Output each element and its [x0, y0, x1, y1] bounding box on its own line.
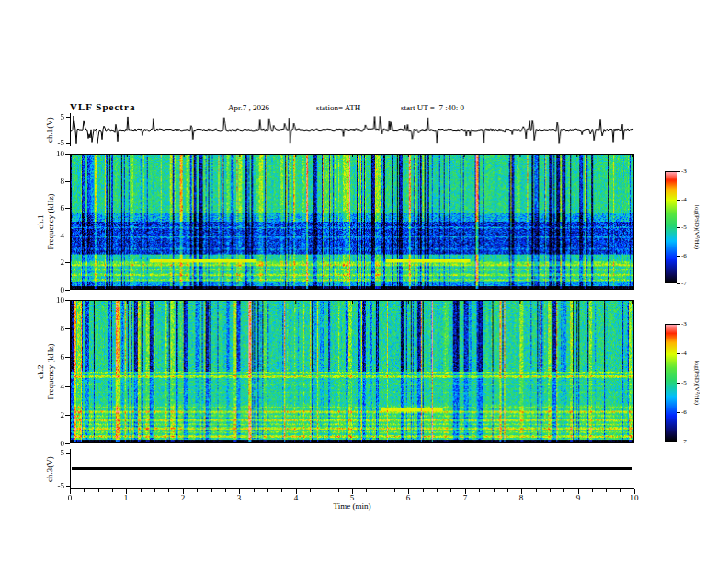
x-tick-label: 10 [625, 493, 643, 502]
tick-mark [677, 412, 680, 413]
colorbar-tick-label: -5 [681, 378, 694, 387]
y-tick-label: 2 [46, 410, 64, 419]
y-tick-label: 4 [46, 382, 64, 391]
tick-mark [677, 353, 680, 354]
y-tick-label: 5 [46, 112, 64, 121]
y-tick-label: 6 [46, 352, 64, 362]
colorbar-tick-label: -3 [681, 167, 694, 176]
tick-mark [65, 262, 70, 263]
tick-mark [197, 489, 198, 492]
tick-mark [479, 489, 480, 492]
tick-mark [98, 489, 99, 492]
tick-mark [338, 489, 339, 492]
tick-mark [225, 489, 226, 492]
tick-mark [65, 154, 70, 155]
tick-mark [677, 227, 680, 228]
tick-mark [366, 489, 367, 492]
ch1-spec-channel-label: ch.1 [36, 193, 46, 249]
colorbar-tick-label: -7 [681, 437, 694, 446]
colorbar-tick-label: -7 [681, 279, 694, 288]
vlf-spectra-figure: VLF Spectra Apr.7 , 2026 station= ATH st… [0, 0, 728, 563]
tick-mark [65, 181, 70, 182]
tick-mark [65, 386, 70, 387]
x-tick-label: 5 [343, 493, 361, 502]
tick-mark [677, 324, 680, 325]
tick-mark [154, 489, 155, 492]
ch2-spectrogram-canvas [71, 301, 633, 442]
tick-mark [550, 489, 551, 492]
tick-mark [211, 489, 212, 492]
tick-mark [677, 442, 680, 442]
tick-mark [267, 489, 268, 492]
tick-mark [66, 486, 70, 487]
tick-mark [563, 489, 564, 492]
ch2-spec-channel-label: ch.2 [36, 343, 46, 399]
tick-mark [450, 489, 451, 492]
colorbar-ch2 [665, 324, 677, 442]
ch3-wave-ylabel: ch.3(V) [45, 456, 54, 482]
tick-mark [423, 489, 424, 492]
x-tick-label: 3 [230, 493, 248, 502]
y-tick-label: 8 [46, 177, 64, 186]
colorbar-tick-label: -4 [681, 195, 694, 204]
tick-mark [66, 453, 70, 454]
figure-title: VLF Spectra [70, 101, 135, 112]
tick-mark [66, 117, 70, 118]
tick-mark [281, 489, 282, 492]
colorbar-ch1 [665, 171, 677, 283]
station-label: station= ATH [316, 103, 360, 112]
ch1-waveform-panel [70, 113, 634, 146]
colorbar-ch1-label: log(PSD)(V²/Hz) [693, 205, 700, 249]
y-tick-label: 6 [46, 203, 64, 213]
y-tick-label: 0 [46, 285, 64, 294]
colorbar-tick-label: -5 [681, 223, 694, 232]
ch3-trace [72, 467, 632, 470]
tick-mark [494, 489, 495, 492]
y-tick-label: 0 [46, 439, 64, 448]
x-axis-label: Time (min) [70, 501, 634, 511]
x-tick-label: 6 [399, 493, 417, 502]
x-tick-label: 8 [512, 493, 530, 502]
tick-mark [65, 415, 70, 416]
colorbar-tick-label: -6 [681, 408, 694, 417]
ch1-spectrogram-canvas [71, 155, 633, 289]
x-tick-label: 0 [61, 493, 79, 502]
ch1-waveform-canvas [71, 113, 634, 146]
tick-mark [677, 383, 680, 384]
tick-mark [65, 236, 70, 236]
tick-mark [66, 143, 70, 144]
tick-mark [141, 489, 142, 492]
ch1-spectrogram-panel [70, 154, 634, 290]
colorbar-tick-label: -3 [681, 319, 694, 328]
x-tick-label: 2 [174, 493, 192, 502]
y-tick-label: 10 [46, 295, 64, 304]
tick-mark [677, 283, 680, 284]
tick-mark [536, 489, 537, 492]
colorbar-ch1-canvas [666, 172, 677, 282]
y-tick-label: 5 [46, 448, 64, 457]
tick-mark [381, 489, 381, 492]
x-tick-label: 9 [569, 493, 587, 502]
tick-mark [65, 328, 70, 329]
tick-mark [168, 489, 169, 492]
y-tick-label: 2 [46, 258, 64, 267]
tick-mark [65, 443, 70, 444]
tick-mark [65, 300, 70, 301]
tick-mark [65, 208, 70, 209]
tick-mark [65, 290, 70, 291]
tick-mark [394, 489, 395, 492]
ch1-spec-ylabel: ch.1 Frequency (kHz) [36, 193, 56, 249]
tick-mark [507, 489, 508, 492]
tick-mark [606, 489, 607, 492]
ch2-spectrogram-panel [70, 300, 634, 443]
ch1-spec-axis-label: Frequency (kHz) [46, 193, 56, 249]
x-tick-label: 7 [456, 493, 474, 502]
date-label: Apr.7 , 2026 [228, 103, 269, 112]
tick-mark [592, 489, 593, 492]
y-tick-label: 10 [46, 149, 64, 158]
colorbar-ch2-canvas [666, 325, 677, 441]
colorbar-tick-label: -6 [681, 251, 694, 260]
tick-mark [84, 489, 85, 492]
y-tick-label: -5 [46, 138, 64, 147]
tick-mark [437, 489, 438, 492]
